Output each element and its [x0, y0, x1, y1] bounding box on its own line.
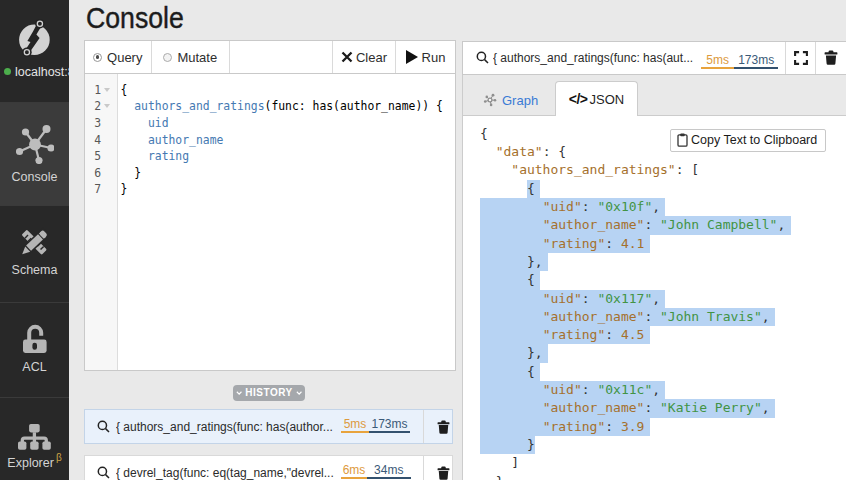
- tab-graph-label: Graph: [502, 93, 538, 108]
- syntax-token: [480, 327, 543, 342]
- syntax-token: "author_name": [543, 217, 645, 232]
- syntax-token: },: [480, 474, 511, 480]
- sidebar-item-label: Schema: [12, 263, 58, 277]
- syntax-token: "uid": [543, 291, 582, 306]
- editor-line: 3 uid: [85, 115, 455, 132]
- json-line: "uid": "0x11c",: [480, 381, 785, 399]
- sidebar-item-console[interactable]: Console: [0, 102, 69, 205]
- syntax-token: "rating": [543, 236, 606, 251]
- syntax-token: {: [527, 364, 535, 379]
- syntax-token: :: [605, 327, 621, 342]
- pencil-ruler-icon: [19, 227, 50, 258]
- dgraph-logo-icon: [12, 14, 58, 62]
- trash-icon: [437, 420, 450, 434]
- delete-history-button[interactable]: [423, 410, 452, 443]
- syntax-token: :: [582, 291, 598, 306]
- result-query-text: { authors_and_ratings(func: has(aut...: [493, 51, 701, 65]
- sidebar-item-explorer[interactable]: Explorerβ: [0, 397, 69, 480]
- line-number: 2: [85, 98, 101, 115]
- latency-indicator: 6ms34ms: [341, 456, 411, 480]
- syntax-token: },: [527, 254, 543, 269]
- syntax-token: {: [527, 181, 535, 196]
- syntax-token: "John Campbell": [660, 217, 777, 232]
- graph-tab-icon: [483, 93, 497, 107]
- syntax-token: "authors_and_ratings": [511, 162, 675, 177]
- json-line: "data": {: [480, 143, 785, 161]
- query-toolbar: Query Mutate Clear Run: [84, 40, 456, 74]
- syntax-token: :: [644, 217, 660, 232]
- json-line: {: [480, 271, 785, 289]
- syntax-token: ,: [652, 382, 660, 397]
- search-icon: [476, 51, 489, 64]
- json-line: {: [480, 363, 785, 381]
- server-latency: 5ms: [701, 53, 734, 69]
- editor-line: 7}: [85, 181, 455, 198]
- tab-json[interactable]: </> JSON: [555, 81, 638, 116]
- server-status[interactable]: localhost:8080: [0, 0, 69, 102]
- syntax-token: :: [582, 382, 598, 397]
- result-query-bar[interactable]: { authors_and_ratings(func: has(aut... 5…: [462, 41, 846, 75]
- delete-history-button[interactable]: [423, 456, 452, 480]
- mutate-mode-radio[interactable]: Mutate: [152, 41, 231, 73]
- history-toggle[interactable]: HISTORY: [233, 385, 305, 402]
- json-line: "author_name": "John Campbell",: [480, 216, 785, 234]
- toolbar-spacer: [230, 41, 332, 73]
- fold-arrow-icon[interactable]: [104, 88, 110, 92]
- sidebar-item-label: Console: [12, 170, 58, 184]
- syntax-token: ]: [480, 455, 519, 470]
- run-play-icon: [406, 50, 418, 64]
- fold-arrow-icon[interactable]: [104, 104, 110, 108]
- json-line: },: [480, 344, 785, 362]
- syntax-token: (func: has(author_name)) {: [265, 99, 443, 113]
- syntax-token: {: [121, 83, 128, 97]
- line-number: 5: [85, 148, 101, 165]
- syntax-token: authors_and_ratings: [134, 99, 264, 113]
- syntax-token: rating: [148, 149, 189, 163]
- run-button[interactable]: Run: [395, 41, 455, 73]
- history-item[interactable]: { devrel_tag(func: eq(tag_name,"devrel..…: [84, 455, 453, 480]
- syntax-token: [480, 236, 543, 251]
- console-graph-icon: [16, 124, 54, 164]
- clear-button[interactable]: Clear: [332, 41, 395, 73]
- sidebar-item-schema[interactable]: Schema: [0, 205, 69, 302]
- code-text: rating: [121, 148, 190, 165]
- unlock-icon: [22, 323, 48, 354]
- syntax-token: [121, 149, 148, 163]
- syntax-token: :: [644, 309, 660, 324]
- syntax-token: [480, 272, 527, 287]
- json-line: "author_name": "Katie Perry",: [480, 399, 785, 417]
- query-mode-radio[interactable]: Query: [85, 41, 152, 73]
- history-item[interactable]: { authors_and_ratings(func: has(author..…: [84, 409, 453, 444]
- clear-result-button[interactable]: [815, 42, 846, 74]
- editor-line: 6 }: [85, 165, 455, 182]
- query-editor[interactable]: 1{2 authors_and_ratings(func: has(author…: [84, 74, 456, 371]
- total-latency: 173ms: [369, 417, 410, 433]
- syntax-token: [121, 99, 135, 113]
- radio-selected-icon: [93, 53, 102, 62]
- sidebar-item-acl[interactable]: ACL: [0, 302, 69, 397]
- server-latency: 5ms: [341, 417, 369, 433]
- fullscreen-button[interactable]: [785, 42, 815, 74]
- json-line: }: [480, 436, 785, 454]
- syntax-token: [480, 291, 543, 306]
- json-output: { "data": { "authors_and_ratings": [ { "…: [480, 125, 785, 480]
- search-icon: [97, 466, 110, 479]
- line-number: 6: [85, 165, 101, 182]
- json-line: "rating": 4.5: [480, 326, 785, 344]
- beta-badge: β: [56, 452, 62, 463]
- code-text: author_name: [121, 132, 224, 149]
- tab-graph[interactable]: Graph: [483, 92, 538, 108]
- code-text: }: [121, 165, 142, 182]
- trash-icon: [437, 466, 450, 480]
- total-latency: 173ms: [734, 53, 778, 69]
- syntax-token: "John Travis": [660, 309, 762, 324]
- syntax-token: author_name: [148, 133, 223, 147]
- history-query-text: { authors_and_ratings(func: has(author..…: [116, 420, 341, 434]
- code-text: {: [121, 82, 128, 99]
- syntax-token: {: [480, 126, 488, 141]
- server-row: localhost:8080: [4, 64, 70, 79]
- history-query-text: { devrel_tag(func: eq(tag_name,"devrel..…: [116, 466, 341, 480]
- syntax-token: ,: [652, 291, 660, 306]
- syntax-token: :: [605, 419, 621, 434]
- json-line: {: [480, 180, 785, 198]
